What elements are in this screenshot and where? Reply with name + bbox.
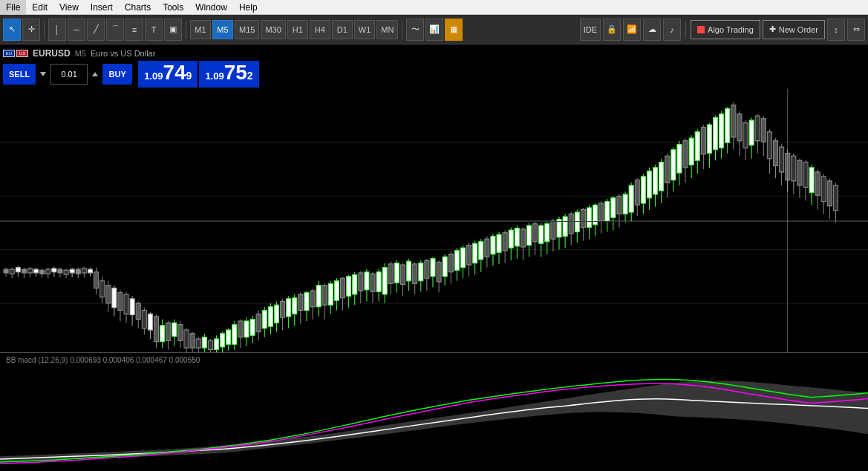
svg-rect-158 bbox=[460, 248, 465, 267]
signal-btn[interactable]: 📶 bbox=[623, 19, 641, 41]
svg-rect-80 bbox=[226, 330, 231, 344]
svg-rect-206 bbox=[605, 202, 610, 221]
candle-group-decline bbox=[94, 268, 219, 352]
crosshair-tool[interactable]: ✛ bbox=[22, 19, 40, 41]
text-tool[interactable]: T bbox=[145, 19, 163, 41]
horizontal-line bbox=[0, 221, 868, 222]
ask-super: 2 bbox=[247, 70, 253, 82]
svg-rect-144 bbox=[419, 263, 423, 281]
svg-rect-164 bbox=[479, 242, 483, 260]
svg-rect-222 bbox=[653, 168, 658, 194]
svg-rect-140 bbox=[407, 261, 411, 280]
objects-tool[interactable]: ▣ bbox=[164, 19, 182, 41]
svg-rect-236 bbox=[695, 132, 699, 161]
eu-flag: EU bbox=[3, 50, 15, 57]
svg-rect-110 bbox=[316, 286, 321, 307]
chart-main: EU US EURUSD M5 Euro vs US Dollar SELL B… bbox=[0, 45, 868, 471]
us-flag: US bbox=[16, 50, 28, 57]
new-order-btn[interactable]: ✚ New Order bbox=[763, 20, 825, 39]
separator-2 bbox=[186, 21, 186, 39]
tf-m5[interactable]: M5 bbox=[212, 20, 233, 39]
svg-rect-152 bbox=[443, 257, 447, 276]
menu-help[interactable]: Help bbox=[233, 0, 264, 14]
tf-h1[interactable]: H1 bbox=[287, 20, 308, 39]
separator-4 bbox=[685, 21, 686, 39]
svg-rect-44 bbox=[118, 292, 123, 310]
ask-prefix: 1.09 bbox=[205, 70, 223, 82]
curve-tool[interactable]: ⌒ bbox=[106, 19, 124, 41]
lot-size-input[interactable] bbox=[50, 64, 88, 85]
vline-tool[interactable]: │ bbox=[48, 19, 66, 41]
svg-rect-116 bbox=[334, 281, 339, 300]
toolbar: ↖ ✛ │ ─ ╱ ⌒ ≡ T ▣ M1 M5 M15 M30 H1 H4 D1… bbox=[0, 15, 868, 45]
tf-h4[interactable]: H4 bbox=[310, 20, 330, 39]
channel-tool[interactable]: ≡ bbox=[125, 19, 143, 41]
buy-button[interactable]: BUY bbox=[102, 64, 132, 85]
svg-rect-218 bbox=[641, 177, 645, 203]
svg-rect-58 bbox=[160, 326, 165, 342]
tf-d1[interactable]: D1 bbox=[332, 20, 353, 39]
candle-group-right bbox=[569, 102, 838, 246]
svg-rect-188 bbox=[551, 221, 555, 239]
svg-rect-126 bbox=[365, 272, 369, 290]
tf-m1[interactable]: M1 bbox=[190, 20, 211, 39]
chart-shift-btn[interactable]: ▦ bbox=[445, 19, 463, 41]
copilot-btn[interactable]: ♪ bbox=[663, 19, 681, 41]
svg-rect-26 bbox=[64, 270, 68, 274]
hline-tool[interactable]: ─ bbox=[68, 19, 85, 41]
cursor-tool[interactable]: ↖ bbox=[3, 19, 21, 41]
svg-rect-262 bbox=[773, 141, 777, 166]
instrument-header: EU US EURUSD M5 Euro vs US Dollar SELL B… bbox=[0, 45, 868, 89]
tf-mn[interactable]: MN bbox=[376, 20, 398, 39]
svg-rect-254 bbox=[749, 120, 754, 145]
tf-m15[interactable]: M15 bbox=[235, 20, 259, 39]
lock-btn[interactable]: 🔒 bbox=[603, 19, 621, 41]
candle-group-recovery bbox=[221, 289, 316, 352]
chart-zoom-btn[interactable]: ⇔ bbox=[847, 19, 865, 41]
svg-rect-172 bbox=[503, 233, 507, 251]
svg-rect-86 bbox=[244, 321, 249, 337]
algo-trading-label: Algo Trading bbox=[708, 25, 754, 34]
ask-box: 1.09 75 2 bbox=[199, 61, 258, 88]
algo-trading-btn[interactable]: Algo Trading bbox=[691, 20, 760, 39]
svg-rect-196 bbox=[575, 212, 579, 231]
svg-rect-22 bbox=[52, 269, 56, 272]
menu-edit[interactable]: Edit bbox=[26, 0, 53, 14]
menu-tools[interactable]: Tools bbox=[157, 0, 189, 14]
chart-arrows-btn[interactable]: ↕ bbox=[827, 19, 845, 41]
menu-file[interactable]: File bbox=[0, 0, 26, 14]
tf-m30[interactable]: M30 bbox=[261, 20, 285, 39]
svg-rect-270 bbox=[797, 160, 802, 185]
tf-w1[interactable]: W1 bbox=[354, 20, 376, 39]
macd-chart-svg bbox=[0, 353, 868, 471]
menu-charts[interactable]: Charts bbox=[119, 0, 157, 14]
svg-rect-132 bbox=[382, 268, 387, 294]
svg-rect-10 bbox=[16, 268, 20, 272]
instrument-timeframe: M5 bbox=[75, 49, 86, 58]
menu-insert[interactable]: Insert bbox=[85, 0, 119, 14]
macd-panel: BB macd (12,26,9) 0.000693 0.000406 0.00… bbox=[0, 352, 868, 471]
menu-view[interactable]: View bbox=[53, 0, 85, 14]
svg-rect-234 bbox=[689, 138, 694, 165]
chart-type-btn[interactable]: 〜 bbox=[406, 19, 424, 41]
svg-rect-112 bbox=[322, 286, 327, 305]
ide-btn[interactable]: IDE bbox=[580, 19, 601, 41]
cloud-btn[interactable]: ☁ bbox=[643, 19, 661, 41]
svg-rect-200 bbox=[587, 208, 591, 227]
svg-rect-32 bbox=[82, 269, 86, 273]
menu-window[interactable]: Window bbox=[189, 0, 233, 14]
svg-rect-36 bbox=[94, 272, 99, 289]
svg-rect-40 bbox=[106, 286, 111, 303]
svg-rect-74 bbox=[208, 340, 212, 349]
svg-rect-154 bbox=[448, 254, 453, 272]
sell-button[interactable]: SELL bbox=[3, 64, 36, 85]
svg-rect-76 bbox=[214, 339, 218, 349]
candle-chart[interactable] bbox=[0, 89, 868, 352]
svg-rect-118 bbox=[340, 278, 345, 297]
indicators-btn[interactable]: 📊 bbox=[425, 19, 443, 41]
svg-rect-192 bbox=[563, 217, 567, 236]
svg-rect-246 bbox=[725, 108, 730, 142]
svg-rect-100 bbox=[287, 299, 291, 317]
svg-rect-282 bbox=[833, 185, 838, 211]
trendline-tool[interactable]: ╱ bbox=[87, 19, 105, 41]
